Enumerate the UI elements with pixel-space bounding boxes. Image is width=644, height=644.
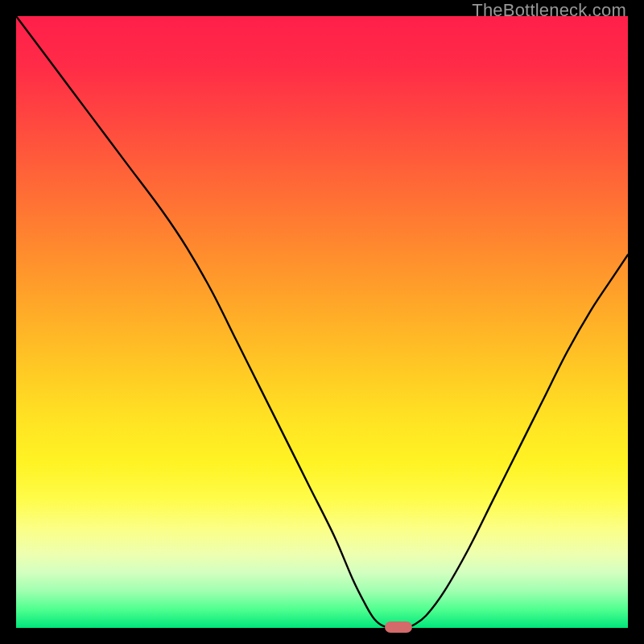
- plot-area: [16, 16, 628, 628]
- chart-frame: TheBottleneck.com: [0, 0, 644, 644]
- optimal-point-marker: [385, 621, 412, 633]
- bottleneck-curve: [16, 16, 628, 628]
